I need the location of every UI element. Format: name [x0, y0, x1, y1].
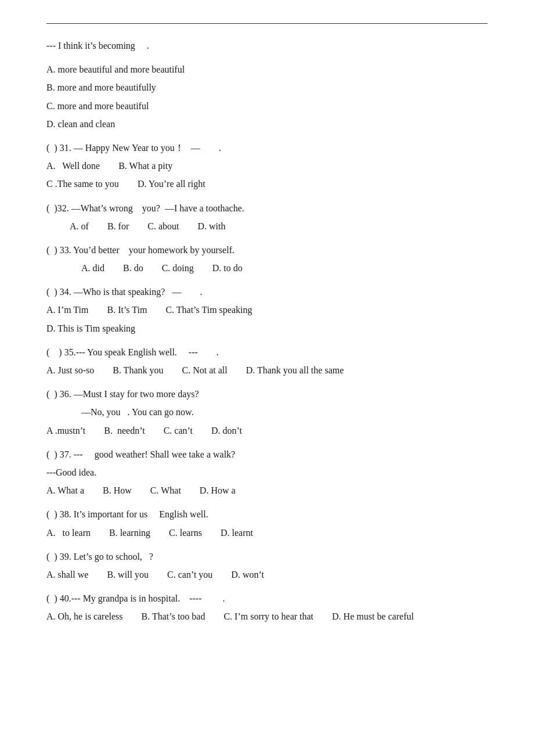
q36-optA: A .mustn’t [46, 423, 85, 438]
q39-block: ( ) 39. Let’s go to school, ? A. shall w… [46, 549, 488, 582]
q34-optA: A. I’m Tim [46, 302, 88, 318]
q39-optB: B. will you [107, 567, 149, 582]
q34-prompt: ( ) 34. —Who is that speaking? — . [46, 284, 488, 300]
q32-optD: D. with [197, 218, 225, 234]
q31-optD: D. You’re all right [138, 176, 205, 192]
q30-block: A. more beautiful and more beautiful B. … [46, 62, 488, 132]
q34-options-row2: D. This is Tim speaking [46, 321, 488, 336]
q33-optD: D. to do [212, 260, 243, 276]
q33-options: A. did B. do C. doing D. to do [46, 260, 488, 276]
q30-optA: A. more beautiful and more beautiful [46, 62, 488, 77]
q36-options: A .mustn’t B. needn’t C. can’t D. don’t [46, 423, 488, 438]
q34-optB: B. It’s Tim [107, 302, 147, 318]
q30-optB: B. more and more beautifully [46, 80, 488, 95]
q37-optA: A. What a [46, 483, 84, 498]
q31-block: ( ) 31. — Happy New Year to you！ — . A. … [46, 140, 488, 192]
q34-options-row1: A. I’m Tim B. It’s Tim C. That’s Tim spe… [46, 302, 488, 318]
q37-optB: B. How [103, 483, 132, 498]
q38-optB: B. learning [109, 525, 150, 541]
q38-optD: D. learnt [221, 525, 253, 541]
q36-response: —No, you . You can go now. [46, 404, 488, 420]
top-divider [46, 23, 488, 24]
q30-optC: C. more and more beautiful [46, 98, 488, 114]
q35-block: ( ) 35.--- You speak English well. --- .… [46, 344, 488, 378]
q34-optC: C. That’s Tim speaking [165, 302, 252, 318]
q35-optD: D. Thank you all the same [246, 362, 344, 378]
q33-optB: B. do [123, 260, 143, 276]
q31-optA: A. Well done [46, 158, 100, 174]
q32-block: ( )32. —What’s wrong you? —I have a toot… [46, 200, 488, 234]
q32-optB: B. for [107, 218, 129, 234]
q37-prompt: ( ) 37. --- good weather! Shall wee take… [46, 447, 488, 462]
q36-prompt: ( ) 36. —Must I stay for two more days? [46, 386, 488, 402]
q33-block: ( ) 33. You’d better your homework by yo… [46, 242, 488, 276]
q31-options-row2: C .The same to you D. You’re all right [46, 176, 488, 192]
q37-optC: C. What [150, 483, 181, 498]
q39-prompt: ( ) 39. Let’s go to school, ? [46, 549, 488, 564]
q37-block: ( ) 37. --- good weather! Shall wee take… [46, 447, 488, 499]
q33-optA: A. did [81, 260, 104, 276]
q38-optC: C. learns [169, 525, 202, 541]
q37-optD: D. How a [200, 483, 236, 498]
q32-optC: C. about [147, 218, 179, 234]
intro-text: --- I think it’s becoming . [46, 38, 488, 53]
q39-optD: D. won’t [231, 567, 264, 582]
q36-block: ( ) 36. —Must I stay for two more days? … [46, 386, 488, 438]
q34-block: ( ) 34. —Who is that speaking? — . A. I’… [46, 284, 488, 336]
q40-optC: C. I’m sorry to hear that [223, 609, 313, 624]
q34-optD: D. This is Tim speaking [46, 321, 135, 336]
q36-optB: B. needn’t [104, 423, 145, 438]
q32-options: A. of B. for C. about D. with [46, 218, 488, 234]
q33-prompt: ( ) 33. You’d better your homework by yo… [46, 242, 488, 258]
intro-line: --- I think it’s becoming . [46, 38, 488, 53]
q40-block: ( ) 40.--- My grandpa is in hospital. --… [46, 591, 488, 624]
q35-options: A. Just so-so B. Thank you C. Not at all… [46, 362, 488, 378]
q35-optC: C. Not at all [182, 362, 228, 378]
q37-response: ---Good idea. [46, 465, 488, 480]
q36-optD: D. don’t [211, 423, 242, 438]
q38-block: ( ) 38. It’s important for us English we… [46, 506, 488, 540]
q31-optB: B. What a pity [118, 158, 172, 174]
q39-optA: A. shall we [46, 567, 88, 582]
q31-optC: C .The same to you [46, 176, 119, 192]
q31-options-row1: A. Well done B. What a pity [46, 158, 488, 174]
q40-optA: A. Oh, he is careless [46, 609, 123, 624]
q30-optD: D. clean and clean [46, 116, 488, 132]
q40-optB: B. That’s too bad [142, 609, 205, 624]
q40-optD: D. He must be careful [332, 609, 414, 624]
q35-optB: B. Thank you [113, 362, 163, 378]
q40-options: A. Oh, he is careless B. That’s too bad … [46, 609, 488, 624]
q33-optC: C. doing [162, 260, 194, 276]
q35-optA: A. Just so-so [46, 362, 94, 378]
q40-prompt: ( ) 40.--- My grandpa is in hospital. --… [46, 591, 488, 606]
q32-prompt: ( )32. —What’s wrong you? —I have a toot… [46, 200, 488, 216]
q31-prompt: ( ) 31. — Happy New Year to you！ — . [46, 140, 488, 156]
q32-optA: A. of [70, 218, 89, 234]
q36-optC: C. can’t [164, 423, 193, 438]
q37-options: A. What a B. How C. What D. How a [46, 483, 488, 498]
q38-prompt: ( ) 38. It’s important for us English we… [46, 506, 488, 522]
q38-optA: A. to learn [46, 525, 91, 541]
q35-prompt: ( ) 35.--- You speak English well. --- . [46, 344, 488, 360]
q39-optC: C. can’t you [167, 567, 212, 582]
q39-options: A. shall we B. will you C. can’t you D. … [46, 567, 488, 582]
q38-options: A. to learn B. learning C. learns D. lea… [46, 525, 488, 541]
